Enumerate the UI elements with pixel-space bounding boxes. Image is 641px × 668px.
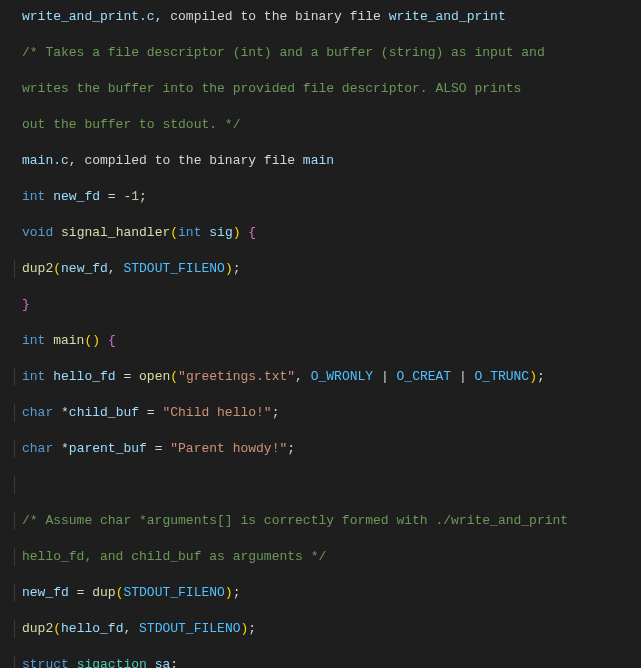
code-line: char *parent_buf = "Parent howdy!"; xyxy=(14,440,631,458)
code-editor[interactable]: write_and_print.c, compiled to the binar… xyxy=(0,0,641,668)
code-line: int main() { xyxy=(14,332,631,350)
code-line: dup2(hello_fd, STDOUT_FILENO); xyxy=(14,620,631,638)
code-line: int hello_fd = open("greetings.txt", O_W… xyxy=(14,368,631,386)
comment: /* Takes a file descriptor (int) and a b… xyxy=(22,45,545,60)
code-line: write_and_print.c, compiled to the binar… xyxy=(14,8,631,26)
code-line: /* Assume char *arguments[] is correctly… xyxy=(14,512,631,530)
code-line: char *child_buf = "Child hello!"; xyxy=(14,404,631,422)
code-line: out the buffer to stdout. */ xyxy=(14,116,631,134)
code-line: dup2(new_fd, STDOUT_FILENO); xyxy=(14,260,631,278)
code-line: hello_fd, and child_buf as arguments */ xyxy=(14,548,631,566)
code-line: /* Takes a file descriptor (int) and a b… xyxy=(14,44,631,62)
token: write_and_print.c xyxy=(22,9,155,24)
code-line xyxy=(14,476,631,494)
code-line: writes the buffer into the provided file… xyxy=(14,80,631,98)
code-line: struct sigaction sa; xyxy=(14,656,631,668)
code-line: new_fd = dup(STDOUT_FILENO); xyxy=(14,584,631,602)
code-line: } xyxy=(14,296,631,314)
code-line: void signal_handler(int sig) { xyxy=(14,224,631,242)
code-line: int new_fd = -1; xyxy=(14,188,631,206)
code-line: main.c, compiled to the binary file main xyxy=(14,152,631,170)
